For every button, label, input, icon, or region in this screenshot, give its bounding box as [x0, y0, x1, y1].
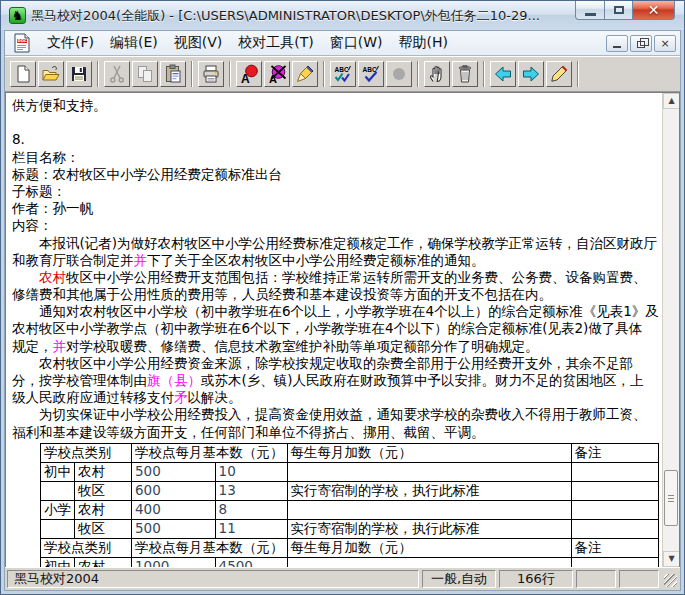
- table-cell: [287, 557, 571, 567]
- maximize-button[interactable]: [605, 1, 633, 20]
- close-icon: ✕: [648, 3, 660, 17]
- trash-button[interactable]: [452, 61, 478, 87]
- table-row: 初中农村50010: [41, 462, 659, 481]
- status-line-count: 166行: [499, 570, 573, 588]
- scroll-thumb[interactable]: [664, 470, 678, 526]
- table-cell: [571, 519, 658, 538]
- menu-item-view[interactable]: 视图(V): [166, 32, 231, 54]
- spellcheck-button[interactable]: ABC: [358, 61, 384, 87]
- printer-icon: [201, 64, 221, 84]
- doc-line: 级人民政府应通过转移支付矛以解决。: [12, 389, 662, 406]
- table-cell: [571, 481, 658, 500]
- doc-line: 供方便和支持。: [12, 97, 662, 114]
- brush-icon: [295, 64, 315, 84]
- content-area: 供方便和支持。 8.栏目名称：标题：农村牧区中小学公用经费定额标准出台子标题：作…: [5, 92, 680, 567]
- doc-line: 农村牧区中小学教学点（初中教学班在6个以下，小学教学班在4个以下）的综合定额标准…: [12, 320, 662, 337]
- open-button[interactable]: [38, 61, 64, 87]
- mdi-minimize-button[interactable]: [606, 35, 628, 52]
- toolbar-separator: [191, 61, 193, 87]
- status-app-name: 黑马校对2004: [7, 570, 419, 588]
- menu-item-window[interactable]: 窗口(W): [322, 32, 391, 54]
- app-window: ♞ 黑马校对2004(全能版) - [C:\USERS\ADMINISTRATO…: [0, 0, 685, 595]
- table-cell: 10: [215, 462, 287, 481]
- spellcheck-dual-button[interactable]: ABC: [330, 61, 356, 87]
- document-canvas[interactable]: 供方便和支持。 8.栏目名称：标题：农村牧区中小学公用经费定额标准出台子标题：作…: [6, 93, 662, 567]
- table-cell: 500: [132, 462, 216, 481]
- edit-button[interactable]: [546, 61, 572, 87]
- table-cell: 400: [132, 500, 216, 519]
- table-header-cell: 学校点每月基本数（元）: [132, 443, 288, 462]
- doc-line: 福利和基本建设等级方面开支，任何部门和单位不得挤占、挪用、截留、平调。: [12, 424, 662, 441]
- table-cell: 600: [132, 481, 216, 500]
- svg-text:ABC: ABC: [335, 65, 349, 72]
- doc-line: 子标题：: [12, 183, 662, 200]
- save-floppy-icon: [69, 64, 89, 84]
- scroll-up-icon: ▲: [668, 97, 674, 105]
- doc-line: 农村牧区中小学公用经费资金来源，除学校按规定收取的杂费全部用于公用经费开支外，其…: [12, 355, 662, 372]
- document-icon: DOC: [13, 33, 31, 53]
- scroll-up-button[interactable]: ▲: [663, 93, 680, 109]
- save-button[interactable]: [66, 61, 92, 87]
- menu-item-help[interactable]: 帮助(H): [391, 32, 456, 54]
- table-header-cell: 每生每月加数（元）: [287, 443, 571, 462]
- paste-button[interactable]: [160, 61, 186, 87]
- table-header-cell: 学校点类别: [41, 443, 132, 462]
- menu-item-proof-tools[interactable]: 校对工具(T): [230, 32, 321, 54]
- copy-button[interactable]: [132, 61, 158, 87]
- hand-button[interactable]: [424, 61, 450, 87]
- doc-line: 修缮费和其他属于公用性质的费用等，人员经费和基本建设投资等方面的开支不包括在内。: [12, 286, 662, 303]
- menu-item-edit[interactable]: 编辑(E): [102, 32, 166, 54]
- doc-line: 农村牧区中小学公用经费开支范围包括：学校维持正常运转所需开支的业务费、公务费、设…: [12, 269, 662, 286]
- close-button[interactable]: ✕: [633, 1, 675, 20]
- forward-arrow-icon: [521, 64, 541, 84]
- vertical-scrollbar[interactable]: ▲ ▼: [662, 93, 679, 567]
- flagged-text: 农村: [39, 269, 66, 285]
- brush-button[interactable]: [292, 61, 318, 87]
- mdi-close-button[interactable]: ×: [654, 35, 676, 52]
- menu-item-file[interactable]: 文件(F): [39, 32, 102, 54]
- mdi-close-icon: ×: [660, 38, 669, 49]
- scroll-down-button[interactable]: ▼: [663, 551, 680, 567]
- svg-text:DOC: DOC: [18, 38, 27, 43]
- table-cell: 农村: [75, 500, 132, 519]
- abc-double-check-icon: ABC: [333, 64, 353, 84]
- table-cell: 13: [215, 481, 287, 500]
- table-header-cell: 备注: [571, 538, 658, 557]
- cut-scissors-icon: [107, 64, 127, 84]
- resize-grip[interactable]: [662, 570, 678, 588]
- record-button[interactable]: [386, 61, 412, 87]
- mdi-restore-button[interactable]: [630, 35, 652, 52]
- print-button[interactable]: [198, 61, 224, 87]
- pencil-icon: [549, 64, 569, 84]
- cut-button[interactable]: [104, 61, 130, 87]
- paste-clipboard-icon: [163, 64, 183, 84]
- table-header-row: 学校点类别学校点每月基本数（元）每生每月加数（元）备注: [41, 538, 659, 557]
- new-file-icon: [13, 64, 33, 84]
- table-cell: 4500: [215, 557, 287, 567]
- doc-line: 本报讯(记者)为做好农村牧区中小学公用经费标准定额核定工作，确保学校教学正常运转…: [12, 235, 662, 252]
- mdi-minimize-icon: [613, 46, 621, 48]
- table-header-cell: 每生每月加数（元）: [287, 538, 571, 557]
- flagged-text: 并: [134, 252, 148, 268]
- forward-button[interactable]: [518, 61, 544, 87]
- toolbar-separator: [577, 61, 579, 87]
- hand-icon: [427, 64, 447, 84]
- back-button[interactable]: [490, 61, 516, 87]
- table-row: 初中农村10004500: [41, 557, 659, 567]
- status-mode: 一般,自动: [422, 570, 496, 588]
- svg-text:A: A: [269, 72, 277, 84]
- new-button[interactable]: [10, 61, 36, 87]
- table-cell: [287, 462, 571, 481]
- table-cell: 初中: [41, 462, 75, 481]
- proofread-start-button[interactable]: A: [236, 61, 262, 87]
- doc-line: 分，按学校管理体制由旗（县）或苏木(乡、镇)人民政府在财政预算中予以安排。财力不…: [12, 372, 662, 389]
- proofread-stop-button[interactable]: A: [264, 61, 290, 87]
- doc-line: [12, 114, 662, 131]
- menu-bar: DOC 文件(F) 编辑(E) 视图(V) 校对工具(T) 窗口(W) 帮助(H…: [5, 31, 680, 56]
- minimize-button[interactable]: [575, 1, 605, 20]
- status-empty-panel: [576, 570, 616, 588]
- doc-line: 通知对农村牧区中小学校（初中教学班在6个以上，小学教学班在4个以上）的综合定额标…: [12, 303, 662, 320]
- table-cell: 农村: [75, 462, 132, 481]
- toolbar-separator: [97, 61, 99, 87]
- table-row: 小学农村4008: [41, 500, 659, 519]
